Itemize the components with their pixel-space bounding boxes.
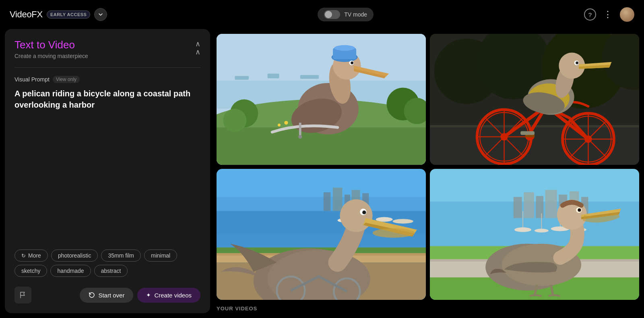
chip-label: abstract: [101, 268, 121, 274]
svg-point-23: [298, 135, 302, 139]
your-videos-label: YOUR VIDEOS: [217, 304, 639, 313]
flag-button[interactable]: [14, 287, 31, 303]
cell4-pelican-svg: [430, 169, 639, 300]
svg-point-80: [362, 210, 366, 214]
svg-rect-56: [520, 131, 535, 135]
tv-mode-toggle[interactable]: [324, 10, 340, 19]
video-cell-4[interactable]: [430, 169, 639, 300]
chip-label: 35mm film: [108, 252, 134, 259]
svg-point-11: [284, 121, 288, 125]
svg-rect-88: [545, 190, 557, 218]
prompt-text: A pelican riding a bicycle along a coast…: [14, 88, 200, 110]
chip-minimal[interactable]: minimal: [144, 249, 177, 262]
right-panel: YOUR VIDEOS: [210, 29, 644, 318]
visual-prompt-label-text: Visual Prompt: [14, 76, 50, 83]
avatar-image: [620, 7, 634, 22]
left-panel: Text to Video Create a moving masterpiec…: [5, 29, 210, 313]
question-icon: ?: [584, 8, 596, 21]
panel-bottom: Start over ✦ Create videos: [14, 287, 200, 303]
panel-title: Text to Video: [14, 39, 88, 51]
three-dots-icon: ⋮: [603, 9, 613, 20]
cell1-pelican-svg: [217, 34, 426, 165]
panel-title-group: Text to Video Create a moving masterpiec…: [14, 39, 88, 59]
divider: [14, 67, 200, 68]
svg-rect-85: [514, 197, 522, 218]
video-thumbnail-2: [430, 34, 639, 165]
svg-point-77: [340, 199, 372, 232]
svg-point-95: [535, 229, 549, 233]
chip-label: sketchy: [21, 268, 40, 274]
flag-icon: [19, 291, 27, 299]
svg-rect-3: [268, 74, 279, 79]
more-options-button[interactable]: ⋮: [603, 9, 613, 20]
chevron-down-icon: [98, 12, 103, 17]
video-cell-1[interactable]: [217, 34, 426, 165]
chevron-up-icon: ∧: [195, 40, 200, 48]
chip-abstract[interactable]: abstract: [94, 265, 128, 277]
restart-icon: [89, 292, 95, 298]
chip-handmade[interactable]: handmade: [50, 265, 91, 277]
start-over-label: Start over: [98, 292, 124, 299]
chevron-up-icon-2: ∧: [195, 48, 200, 56]
toggle-knob: [325, 11, 332, 18]
more-chip-label: More: [28, 252, 41, 259]
avatar[interactable]: [620, 7, 634, 22]
svg-point-21: [351, 61, 353, 64]
help-button[interactable]: ?: [584, 8, 596, 21]
more-chip[interactable]: ↻ More: [14, 249, 48, 262]
svg-rect-2: [235, 76, 249, 79]
svg-point-108: [578, 208, 581, 212]
video-cell-3[interactable]: [217, 169, 426, 300]
action-buttons: Start over ✦ Create videos: [80, 288, 200, 303]
video-grid: [217, 34, 639, 300]
svg-rect-4: [300, 75, 319, 79]
svg-point-55: [576, 61, 578, 64]
cell3-pelican-svg: [217, 169, 426, 300]
dropdown-button[interactable]: [94, 8, 107, 21]
header-right: ? ⋮: [584, 7, 634, 22]
sparkle-icon: ✦: [146, 292, 151, 298]
svg-point-8: [223, 109, 246, 132]
early-access-badge: EARLY ACCESS: [47, 10, 91, 19]
chip-35mm-film[interactable]: 35mm film: [101, 249, 141, 262]
svg-point-78: [373, 228, 415, 237]
style-chips-area: ↻ More photorealistic 35mm film minimal …: [14, 243, 200, 280]
view-only-badge: View only: [53, 76, 80, 83]
panel-header: Text to Video Create a moving masterpiec…: [14, 39, 200, 59]
panel-subtitle: Create a moving masterpiece: [14, 53, 88, 59]
chips-row-1: ↻ More photorealistic 35mm film minimal: [14, 249, 200, 262]
svg-point-19: [334, 45, 355, 51]
video-thumbnail-3: [217, 169, 426, 300]
start-over-button[interactable]: Start over: [80, 288, 133, 303]
svg-rect-86: [524, 192, 534, 218]
cell2-pelican-svg: [430, 34, 639, 165]
chip-label: handmade: [57, 268, 84, 274]
svg-point-13: [278, 124, 281, 127]
chip-photorealistic[interactable]: photorealistic: [51, 249, 98, 262]
create-videos-button[interactable]: ✦ Create videos: [137, 288, 200, 303]
svg-rect-87: [536, 196, 543, 218]
main-content: Text to Video Create a moving masterpiec…: [0, 29, 644, 318]
svg-rect-30: [430, 125, 639, 165]
tv-mode-label: TV mode: [344, 11, 367, 18]
chip-sketchy[interactable]: sketchy: [14, 265, 47, 277]
tv-mode-toggle-container[interactable]: TV mode: [318, 8, 374, 21]
collapse-button[interactable]: ∧ ∧: [195, 39, 200, 56]
svg-point-68: [393, 219, 413, 224]
chip-label: minimal: [151, 252, 170, 259]
svg-rect-84: [430, 202, 639, 248]
refresh-icon: ↻: [21, 253, 26, 259]
svg-rect-59: [324, 192, 330, 211]
visual-prompt-label-row: Visual Prompt View only: [14, 76, 200, 83]
svg-point-93: [514, 227, 531, 232]
app-logo: VideoFX: [10, 9, 43, 20]
header-left: VideoFX EARLY ACCESS: [10, 8, 107, 21]
chips-row-2: sketchy handmade abstract: [14, 265, 200, 277]
chip-label: photorealistic: [58, 252, 91, 259]
create-videos-label: Create videos: [154, 292, 192, 299]
svg-rect-60: [333, 187, 342, 211]
video-cell-2[interactable]: [430, 34, 639, 165]
app-header: VideoFX EARLY ACCESS TV mode ? ⋮: [0, 0, 644, 29]
video-thumbnail-4: [430, 169, 639, 300]
video-thumbnail-1: [217, 34, 426, 165]
